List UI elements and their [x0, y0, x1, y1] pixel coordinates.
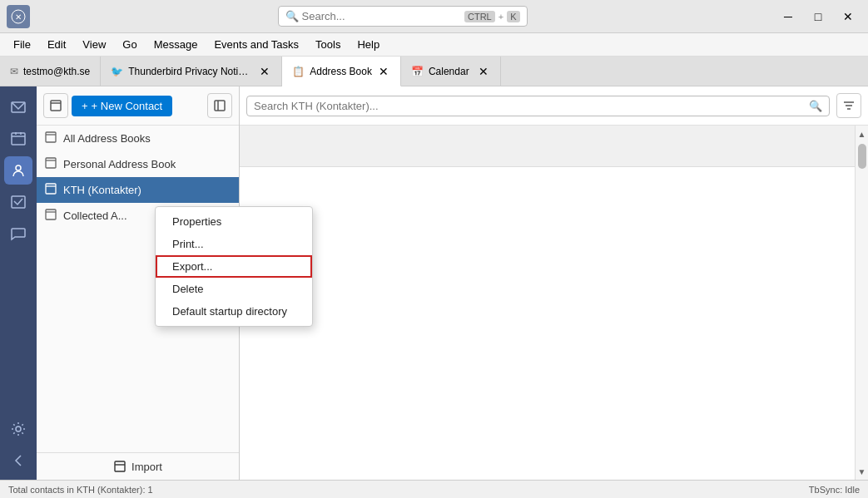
tab-addressbook[interactable]: 📋 Address Book ✕ — [282, 57, 401, 86]
contact-area: 🔍 ▲ ▼ — [240, 86, 868, 480]
address-book-kth[interactable]: KTH (Kontakter) — [37, 177, 239, 203]
svg-rect-16 — [46, 158, 56, 168]
scroll-up-button[interactable]: ▲ — [856, 127, 869, 141]
tab-email-icon: ✉ — [10, 66, 18, 77]
svg-rect-3 — [12, 133, 25, 145]
contact-search-box[interactable]: 🔍 — [246, 96, 830, 116]
sidebar-icon-tasks[interactable] — [4, 188, 32, 216]
menu-edit[interactable]: Edit — [41, 37, 72, 52]
address-book-all-label: All Address Books — [63, 132, 151, 145]
tab-addressbook-close[interactable]: ✕ — [377, 65, 390, 78]
tab-privacy-close[interactable]: ✕ — [258, 65, 271, 78]
tab-privacy[interactable]: 🐦 Thunderbird Privacy Notice — Mo... ✕ — [101, 57, 282, 86]
scroll-down-button[interactable]: ▼ — [856, 465, 869, 478]
minimize-button[interactable]: ─ — [775, 5, 801, 28]
menu-go[interactable]: Go — [116, 37, 143, 52]
sidebar-icon-mail[interactable] — [4, 93, 32, 121]
contact-main — [240, 126, 855, 480]
tab-calendar[interactable]: 📅 Calendar ✕ — [401, 57, 501, 86]
address-book-all[interactable]: All Address Books — [37, 126, 239, 151]
address-book-personal-label: Personal Address Book — [63, 158, 176, 170]
svg-point-7 — [16, 165, 21, 170]
tab-addressbook-icon: 📋 — [292, 66, 305, 77]
title-bar: ✕ 🔍 CTRL + K ─ □ ✕ — [0, 0, 868, 33]
menu-message[interactable]: Message — [147, 37, 205, 52]
menu-file[interactable]: File — [7, 37, 37, 52]
context-menu-default-startup[interactable]: Default startup directory — [156, 300, 312, 323]
sidebar-icon-settings[interactable] — [4, 415, 32, 443]
tab-calendar-label: Calendar — [429, 66, 469, 77]
tab-email[interactable]: ✉ testmo@kth.se — [0, 57, 101, 86]
scroll-thumb[interactable] — [858, 144, 866, 169]
tab-addressbook-label: Address Book — [310, 66, 372, 77]
shortcut-k: K — [507, 11, 519, 22]
tab-privacy-icon: 🐦 — [111, 66, 123, 77]
context-menu-export[interactable]: Export... — [156, 255, 312, 278]
filter-button[interactable] — [836, 93, 861, 118]
sidebar-icons — [0, 86, 37, 480]
address-book-personal-icon — [45, 157, 57, 171]
new-contact-label: + New Contact — [92, 100, 163, 112]
context-menu-properties[interactable]: Properties — [156, 210, 312, 233]
svg-rect-8 — [12, 196, 25, 208]
address-book-collected-label: Collected A... — [63, 210, 127, 222]
panel-icon-left[interactable] — [43, 93, 68, 118]
menu-bar: File Edit View Go Message Events and Tas… — [0, 33, 868, 57]
panel-icon-right[interactable] — [207, 93, 232, 118]
address-book-kth-icon — [45, 183, 57, 197]
svg-rect-18 — [46, 184, 56, 194]
svg-text:✕: ✕ — [15, 12, 22, 22]
context-menu-print[interactable]: Print... — [156, 233, 312, 255]
address-book-kth-label: KTH (Kontakter) — [63, 184, 141, 196]
svg-rect-20 — [46, 210, 56, 219]
svg-rect-14 — [46, 132, 56, 142]
contact-content-area: ▲ ▼ — [240, 126, 868, 480]
tab-bar: ✉ testmo@kth.se 🐦 Thunderbird Privacy No… — [0, 57, 868, 86]
app-icon: ✕ — [7, 5, 30, 28]
tab-calendar-close[interactable]: ✕ — [477, 65, 490, 78]
sidebar-icon-contacts[interactable] — [4, 156, 32, 185]
contact-search-input[interactable] — [254, 100, 806, 112]
menu-tools[interactable]: Tools — [309, 37, 347, 52]
sidebar-icon-chat[interactable] — [4, 219, 32, 248]
status-text-left: Total contacts in KTH (Kontakter): 1 — [8, 485, 153, 495]
menu-view[interactable]: View — [76, 37, 112, 52]
shortcut-ctrl: CTRL — [464, 11, 495, 22]
tab-privacy-label: Thunderbird Privacy Notice — Mo... — [128, 66, 253, 77]
sidebar-icon-calendar[interactable] — [4, 125, 32, 153]
import-label: Import — [131, 461, 162, 473]
status-bar: Total contacts in KTH (Kontakter): 1 TbS… — [0, 480, 868, 498]
sidebar-icon-back[interactable] — [4, 446, 32, 475]
window-controls: ─ □ ✕ — [775, 5, 861, 28]
svg-rect-22 — [115, 461, 125, 471]
tab-calendar-icon: 📅 — [411, 66, 424, 77]
close-button[interactable]: ✕ — [835, 5, 861, 28]
address-book-collected-icon — [45, 209, 57, 223]
svg-rect-10 — [51, 101, 61, 111]
import-button[interactable]: Import — [113, 460, 162, 473]
global-search-box[interactable]: 🔍 CTRL + K — [278, 6, 528, 27]
global-search-input[interactable] — [302, 10, 461, 22]
menu-help[interactable]: Help — [350, 37, 386, 52]
contact-toolbar: 🔍 — [240, 86, 868, 126]
address-panel-header: + + New Contact — [37, 86, 239, 126]
status-text-right: TbSync: Idle — [809, 485, 860, 495]
address-book-all-icon — [45, 131, 57, 145]
contact-search-icon: 🔍 — [809, 100, 822, 112]
vertical-scrollbar[interactable]: ▲ ▼ — [855, 126, 868, 480]
address-book-personal[interactable]: Personal Address Book — [37, 151, 239, 177]
tab-email-label: testmo@kth.se — [23, 66, 90, 77]
main-container: + + New Contact All Address Books Person… — [0, 86, 868, 480]
contact-list-header — [240, 126, 855, 167]
svg-point-9 — [16, 427, 21, 431]
search-icon: 🔍 — [285, 10, 299, 22]
new-contact-button[interactable]: + + New Contact — [72, 96, 172, 116]
new-contact-plus-icon: + — [82, 100, 88, 112]
context-menu: Properties Print... Export... Delete Def… — [155, 206, 313, 327]
scroll-track — [856, 141, 869, 465]
panel-footer: Import — [37, 452, 239, 480]
contact-list-body — [240, 167, 855, 480]
maximize-button[interactable]: □ — [805, 5, 831, 28]
context-menu-delete[interactable]: Delete — [156, 278, 312, 300]
menu-events-tasks[interactable]: Events and Tasks — [207, 37, 305, 52]
